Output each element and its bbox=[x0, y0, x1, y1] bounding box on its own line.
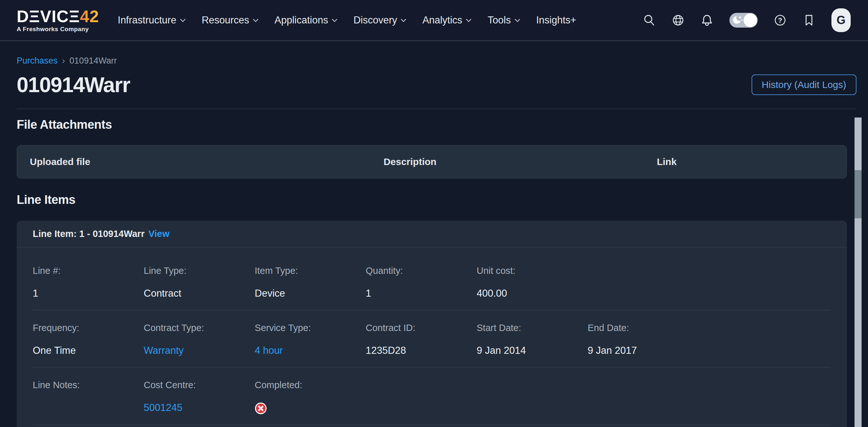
moon-stars-icon bbox=[732, 15, 744, 27]
nav-item-tools[interactable]: Tools bbox=[488, 15, 520, 26]
column-uploaded-file: Uploaded file bbox=[30, 156, 384, 167]
notifications-bell-icon[interactable] bbox=[701, 14, 713, 27]
line-items-heading: Line Items bbox=[17, 193, 847, 207]
column-description: Description bbox=[384, 156, 657, 167]
top-navbar: DΞVICΞ42 A Freshworks Company Infrastruc… bbox=[0, 0, 868, 41]
service-type-link[interactable]: 4 hour bbox=[255, 344, 366, 357]
field-cost-centre: Cost Centre: 5001245 bbox=[144, 379, 255, 415]
nav-item-resources[interactable]: Resources bbox=[202, 15, 258, 26]
nav-item-applications[interactable]: Applications bbox=[275, 15, 337, 26]
svg-text:?: ? bbox=[778, 17, 782, 24]
field-item-type: Item Type: Device bbox=[255, 265, 366, 300]
field-end-date: End Date: 9 Jan 2017 bbox=[588, 322, 699, 357]
nav-item-discovery[interactable]: Discovery bbox=[353, 15, 406, 26]
file-attachments-heading: File Attachments bbox=[17, 117, 847, 132]
breadcrumb-separator: › bbox=[62, 55, 65, 66]
column-link: Link bbox=[657, 156, 834, 167]
line-item-card-header: Line Item: 1 - 010914Warr View bbox=[17, 221, 847, 248]
field-row-2: Frequency: One Time Contract Type: Warra… bbox=[33, 310, 831, 368]
breadcrumb-link-purchases[interactable]: Purchases bbox=[17, 55, 58, 66]
cross-circle-icon bbox=[255, 402, 267, 413]
title-row: 010914Warr History (Audit Logs) bbox=[17, 73, 857, 97]
view-link[interactable]: View bbox=[149, 229, 170, 239]
line-item-card: Line Item: 1 - 010914Warr View Line #: 1… bbox=[17, 221, 847, 427]
device42-wordmark: DΞVICΞ42 bbox=[17, 8, 99, 25]
nav-item-label: Resources bbox=[202, 15, 249, 26]
main-content: File Attachments Uploaded file Descripti… bbox=[0, 117, 868, 427]
vertical-scrollbar[interactable] bbox=[855, 117, 862, 427]
nav-item-label: Analytics bbox=[423, 15, 462, 26]
nav-item-label: Infrastructure bbox=[118, 15, 177, 26]
avatar-initial: G bbox=[837, 13, 845, 27]
page-header: Purchases › 010914Warr 010914Warr Histor… bbox=[0, 55, 868, 109]
field-service-type: Service Type: 4 hour bbox=[255, 322, 366, 357]
field-start-date: Start Date: 9 Jan 2014 bbox=[477, 322, 588, 357]
field-unit-cost: Unit cost: 400.00 bbox=[477, 265, 588, 300]
field-line-type: Line Type: Contract bbox=[144, 265, 255, 300]
logo-tagline: A Freshworks Company bbox=[17, 26, 99, 33]
chevron-down-icon bbox=[466, 19, 471, 22]
chevron-down-icon bbox=[253, 19, 258, 22]
chevron-down-icon bbox=[332, 19, 337, 22]
field-frequency: Frequency: One Time bbox=[33, 322, 144, 357]
wordmark-42: 42 bbox=[80, 7, 99, 26]
main-menu: Infrastructure Resources Applications Di… bbox=[118, 15, 576, 26]
user-avatar[interactable]: G bbox=[831, 8, 851, 32]
cost-centre-link[interactable]: 5001245 bbox=[144, 402, 255, 414]
history-audit-logs-button[interactable]: History (Audit Logs) bbox=[751, 75, 857, 95]
field-quantity: Quantity: 1 bbox=[366, 265, 477, 300]
help-icon[interactable]: ? bbox=[774, 14, 786, 27]
scrollbar-thumb[interactable] bbox=[855, 170, 862, 218]
nav-item-label: Insights+ bbox=[536, 15, 577, 26]
globe-icon[interactable] bbox=[672, 14, 684, 27]
breadcrumb-current: 010914Warr bbox=[70, 55, 117, 66]
dark-mode-toggle[interactable] bbox=[730, 13, 758, 28]
chevron-down-icon bbox=[401, 19, 406, 22]
nav-item-infrastructure[interactable]: Infrastructure bbox=[118, 15, 186, 26]
nav-item-insights[interactable]: Insights+ bbox=[536, 15, 577, 26]
field-line-number: Line #: 1 bbox=[33, 265, 144, 300]
field-contract-type: Contract Type: Warranty bbox=[144, 322, 255, 357]
chevron-down-icon bbox=[180, 19, 186, 22]
nav-item-label: Tools bbox=[488, 15, 511, 26]
line-item-title: Line Item: 1 - 010914Warr bbox=[33, 229, 145, 239]
file-attachments-table-header: Uploaded file Description Link bbox=[17, 145, 847, 178]
nav-item-label: Applications bbox=[275, 15, 328, 26]
chevron-down-icon bbox=[515, 19, 520, 22]
bookmark-icon[interactable] bbox=[803, 14, 815, 27]
page-title: 010914Warr bbox=[17, 73, 130, 97]
breadcrumb: Purchases › 010914Warr bbox=[17, 55, 857, 66]
search-icon[interactable] bbox=[643, 14, 656, 27]
nav-item-label: Discovery bbox=[353, 15, 397, 26]
field-contract-id: Contract ID: 1235D28 bbox=[366, 322, 477, 357]
line-item-fields: Line #: 1 Line Type: Contract Item Type:… bbox=[17, 248, 847, 425]
device42-logo[interactable]: DΞVICΞ42 A Freshworks Company bbox=[17, 8, 99, 33]
toggle-knob bbox=[744, 13, 757, 27]
field-row-3: Line Notes: Cost Centre: 5001245 Complet… bbox=[33, 368, 831, 425]
header-divider bbox=[17, 109, 857, 109]
warranty-link[interactable]: Warranty bbox=[144, 344, 255, 357]
nav-item-analytics[interactable]: Analytics bbox=[423, 15, 471, 26]
field-line-notes: Line Notes: bbox=[33, 379, 144, 415]
field-completed: Completed: bbox=[255, 379, 366, 415]
navbar-actions: ? G bbox=[643, 8, 851, 32]
field-row-1: Line #: 1 Line Type: Contract Item Type:… bbox=[33, 248, 831, 310]
